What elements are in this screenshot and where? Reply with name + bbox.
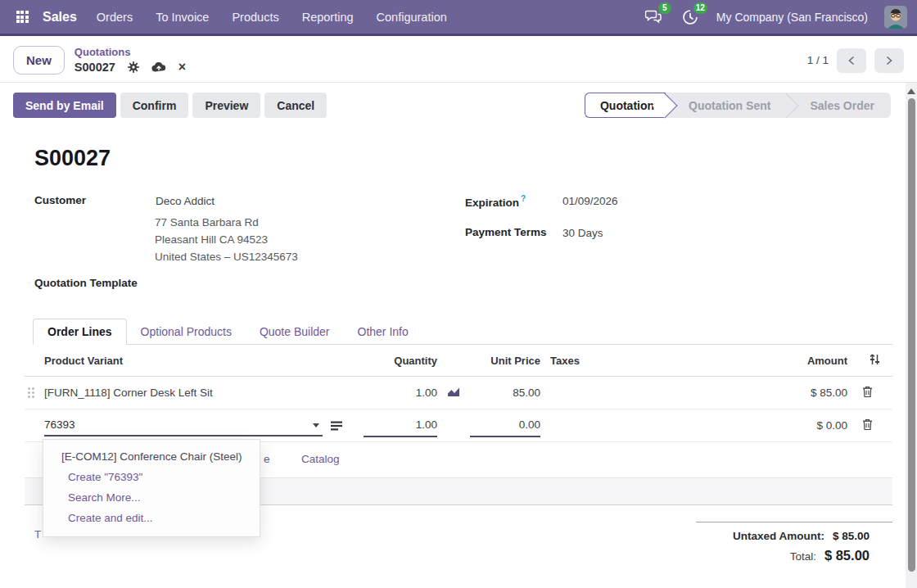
tab-quote-builder[interactable]: Quote Builder bbox=[246, 319, 344, 344]
app-name-sales[interactable]: Sales bbox=[43, 10, 77, 25]
send-by-email-button[interactable]: Send by Email bbox=[13, 93, 116, 118]
col-taxes: Taxes bbox=[540, 355, 688, 367]
preview-button[interactable]: Preview bbox=[192, 93, 260, 118]
row2-delete-icon[interactable] bbox=[862, 418, 873, 431]
help-tooltip-icon: ? bbox=[521, 194, 526, 203]
status-step-sales-order[interactable]: Sales Order bbox=[787, 93, 891, 118]
internal-note-icon[interactable] bbox=[331, 421, 342, 431]
breadcrumb-quotations-link[interactable]: Quotations bbox=[75, 46, 186, 59]
order-line-row-1: [FURN_1118] Corner Desk Left Sit 1.00 85… bbox=[25, 377, 892, 409]
pager: 1 / 1 bbox=[807, 48, 904, 73]
activities-badge: 12 bbox=[693, 2, 707, 14]
customer-address-line2: Pleasant Hill CA 94523 bbox=[155, 231, 268, 248]
user-avatar[interactable] bbox=[884, 6, 907, 29]
customer-name-field[interactable]: Deco Addict bbox=[156, 195, 215, 207]
menu-to-invoice[interactable]: To Invoice bbox=[144, 0, 220, 35]
top-navbar: Sales Orders To Invoice Products Reporti… bbox=[0, 0, 917, 36]
dropdown-caret-icon[interactable] bbox=[313, 423, 319, 427]
row1-product-cell[interactable]: [FURN_1118] Corner Desk Left Sit bbox=[44, 387, 364, 399]
expiration-label-text: Expiration bbox=[465, 197, 519, 209]
total-value: $ 85.00 bbox=[824, 548, 870, 563]
catalog-link[interactable]: Catalog bbox=[301, 453, 340, 465]
add-note-link-clipped[interactable]: e bbox=[264, 453, 270, 465]
autocomplete-create-option[interactable]: Create "76393" bbox=[43, 467, 260, 487]
optional-columns-icon[interactable] bbox=[869, 354, 881, 365]
save-cloud-icon[interactable] bbox=[151, 61, 166, 73]
discard-x-icon[interactable]: × bbox=[178, 61, 186, 73]
col-amount: Amount bbox=[688, 355, 847, 367]
col-quantity: Quantity bbox=[364, 355, 437, 367]
pager-previous-button[interactable] bbox=[837, 48, 866, 73]
confirm-button[interactable]: Confirm bbox=[120, 93, 189, 118]
expiration-label: Expiration? bbox=[465, 194, 526, 209]
autocomplete-create-and-edit-option[interactable]: Create and edit... bbox=[43, 508, 260, 528]
breadcrumb: Quotations S00027 bbox=[75, 46, 186, 75]
table-header-row: Product Variant Quantity Unit Price Taxe… bbox=[25, 345, 892, 377]
col-unit-price: Unit Price bbox=[470, 355, 540, 367]
breadcrumb-current-record: S00027 bbox=[75, 59, 115, 75]
control-panel: New Quotations S00027 bbox=[0, 38, 917, 82]
payment-terms-field[interactable]: 30 Days bbox=[562, 227, 603, 239]
navbar-systray: 5 12 My Company (San Francisco) bbox=[644, 6, 917, 29]
row2-quantity-input[interactable]: 1.00 bbox=[364, 414, 437, 437]
gear-actions-icon[interactable] bbox=[128, 61, 139, 73]
tab-optional-products[interactable]: Optional Products bbox=[127, 319, 246, 344]
untaxed-amount-value: $ 85.00 bbox=[833, 530, 870, 542]
menu-orders[interactable]: Orders bbox=[85, 0, 144, 35]
status-pipeline: Quotation Quotation Sent Sales Order bbox=[585, 93, 891, 118]
status-step-quotation-sent[interactable]: Quotation Sent bbox=[666, 93, 787, 118]
drag-handle-icon[interactable] bbox=[28, 387, 44, 398]
messages-badge: 5 bbox=[658, 2, 671, 14]
panel-divider bbox=[0, 82, 917, 83]
row2-unit-price-input[interactable]: 0.00 bbox=[470, 414, 540, 437]
tab-order-lines[interactable]: Order Lines bbox=[33, 319, 127, 345]
autocomplete-item-conference-chair[interactable]: [E-COM12] Conference Chair (Steel) bbox=[43, 446, 260, 467]
tab-other-info[interactable]: Other Info bbox=[344, 319, 422, 344]
grid-icon bbox=[16, 11, 29, 23]
row1-quantity-cell[interactable]: 1.00 bbox=[364, 387, 437, 399]
new-button[interactable]: New bbox=[13, 46, 65, 75]
menu-products[interactable]: Products bbox=[220, 0, 290, 35]
main-menu: Orders To Invoice Products Reporting Con… bbox=[85, 0, 458, 35]
menu-configuration[interactable]: Configuration bbox=[365, 0, 458, 35]
product-autocomplete-dropdown: [E-COM12] Conference Chair (Steel) Creat… bbox=[43, 439, 260, 537]
scrollbar-thumb[interactable] bbox=[908, 98, 915, 572]
odoo-sales-quotation-screen: Sales Orders To Invoice Products Reporti… bbox=[0, 0, 917, 588]
status-step-quotation[interactable]: Quotation bbox=[585, 93, 666, 118]
messages-button[interactable]: 5 bbox=[644, 7, 664, 27]
col-product-variant: Product Variant bbox=[44, 355, 364, 367]
action-buttons: Send by Email Confirm Preview Cancel bbox=[13, 93, 327, 118]
untaxed-amount-label: Untaxed Amount: bbox=[733, 530, 824, 542]
cancel-button[interactable]: Cancel bbox=[264, 93, 327, 118]
product-search-input[interactable] bbox=[44, 415, 323, 436]
notebook-tabs: Order Lines Optional Products Quote Buil… bbox=[33, 317, 892, 345]
scrollbar-up-arrow-icon[interactable] bbox=[907, 88, 915, 94]
apps-grid-icon[interactable] bbox=[8, 3, 36, 31]
payment-terms-label: Payment Terms bbox=[465, 226, 547, 238]
pager-next-button[interactable] bbox=[874, 48, 904, 73]
activities-button[interactable]: 12 bbox=[680, 7, 700, 27]
quotation-template-label: Quotation Template bbox=[34, 277, 138, 289]
terms-text-clipped: T bbox=[34, 528, 43, 541]
totals-panel: Untaxed Amount: $ 85.00 Total: $ 85.00 bbox=[696, 522, 892, 569]
customer-address-line1: 77 Santa Barbara Rd bbox=[155, 214, 259, 231]
expiration-date-field[interactable]: 01/09/2026 bbox=[562, 195, 618, 207]
order-line-row-2: 1.00 0.00 $ 0.00 bbox=[25, 409, 892, 442]
customer-label: Customer bbox=[34, 194, 86, 206]
row1-amount-cell: $ 85.00 bbox=[688, 387, 847, 399]
company-switcher[interactable]: My Company (San Francisco) bbox=[716, 11, 868, 24]
autocomplete-search-more-option[interactable]: Search More... bbox=[43, 487, 260, 508]
row2-amount-cell: $ 0.00 bbox=[688, 419, 847, 432]
menu-reporting[interactable]: Reporting bbox=[291, 0, 365, 35]
pager-counter: 1 / 1 bbox=[807, 54, 829, 66]
page-title: S00027 bbox=[34, 146, 111, 171]
customer-address-line3: United States – US12345673 bbox=[155, 248, 298, 265]
row1-unit-price-cell[interactable]: 85.00 bbox=[470, 387, 540, 399]
forecast-chart-icon[interactable] bbox=[447, 387, 460, 397]
avatar-image bbox=[884, 6, 907, 29]
row1-delete-icon[interactable] bbox=[862, 386, 873, 398]
total-label: Total: bbox=[790, 550, 816, 563]
